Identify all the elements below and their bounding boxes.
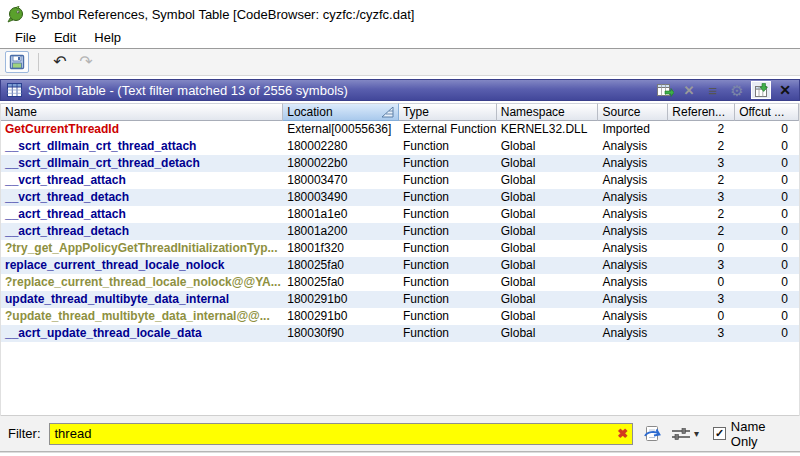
name-only-checkbox[interactable]: ✓ [713,427,726,440]
cell-location: 18001f320 [283,240,399,257]
filter-options-button[interactable]: ▾ [671,426,699,442]
column-header-offcut[interactable]: Offcut ... [735,103,799,121]
filter-label: Filter: [8,426,41,441]
cell-references: 0 [668,240,735,257]
table-row[interactable]: __acrt_update_thread_locale_data 180030f… [1,325,799,342]
clear-filter-icon[interactable]: ✖ [617,426,628,441]
table-row[interactable]: GetCurrentThreadId External[00055636] Ex… [1,121,799,138]
edit-external-location-button[interactable] [655,81,675,99]
undo-button[interactable]: ↶ [48,51,72,73]
set-filter-button[interactable]: ≡ [703,81,723,99]
column-header-source[interactable]: Source [598,103,668,121]
menu-edit[interactable]: Edit [45,28,85,48]
table-row[interactable]: ?replace_current_thread_locale_nolock@@Y… [1,274,799,291]
cell-source: Analysis [598,274,668,291]
filter-input[interactable]: thread ✖ [49,423,634,445]
symbol-table: Name Location Type Namespace Source Refe… [0,103,800,416]
cell-name: GetCurrentThreadId [1,121,283,138]
make-selection-toggle[interactable] [751,81,771,99]
cell-references: 2 [668,121,735,138]
panel-title: Symbol Table - (Text filter matched 13 o… [28,83,651,98]
main-toolbar: ↶ ↷ [0,49,800,76]
cell-references: 2 [668,223,735,240]
cell-namespace: Global [497,325,599,342]
cell-references: 0 [668,308,735,325]
column-header-location[interactable]: Location [283,103,399,121]
cell-type: Function [399,257,497,274]
menu-help[interactable]: Help [85,28,130,48]
column-header-name[interactable]: Name [1,103,283,121]
cell-references: 2 [668,206,735,223]
column-filter-button[interactable] [643,425,661,443]
table-edit-icon [657,83,674,98]
cell-type: External Function [399,121,497,138]
cell-location: External[00055636] [283,121,399,138]
table-row[interactable]: ?try_get_AppPolicyGetThreadInitializatio… [1,240,799,257]
cell-type: Function [399,240,497,257]
cell-source: Analysis [598,172,668,189]
cell-references: 2 [668,138,735,155]
cell-location: 180025fa0 [283,257,399,274]
table-row[interactable]: __vcrt_thread_attach 180003470 Function … [1,172,799,189]
cell-source: Analysis [598,257,668,274]
cell-offcut: 0 [735,257,799,274]
filter-lines-icon: ≡ [709,83,718,98]
column-header-namespace[interactable]: Namespace [497,103,599,121]
cell-offcut: 0 [735,223,799,240]
table-row[interactable]: __acrt_thread_detach 18001a200 Function … [1,223,799,240]
cell-location: 180025fa0 [283,274,399,291]
table-row[interactable]: __scrt_dllmain_crt_thread_detach 1800022… [1,155,799,172]
cell-type: Function [399,291,497,308]
cell-offcut: 0 [735,155,799,172]
cell-namespace: Global [497,206,599,223]
cell-location: 1800291b0 [283,291,399,308]
cell-namespace: Global [497,138,599,155]
table-row[interactable]: __vcrt_thread_detach 180003490 Function … [1,189,799,206]
cell-offcut: 0 [735,138,799,155]
cell-namespace: KERNEL32.DLL [497,121,599,138]
cell-namespace: Global [497,291,599,308]
close-panel-button[interactable]: ✕ [775,81,795,99]
cell-source: Analysis [598,189,668,206]
cell-namespace: Global [497,240,599,257]
cell-source: Analysis [598,138,668,155]
cell-source: Analysis [598,206,668,223]
cell-namespace: Global [497,274,599,291]
delete-symbol-button[interactable]: ✕ [679,81,699,99]
cell-name: ?update_thread_multibyte_data_internal@@… [1,308,283,325]
sort-ascending-icon [381,107,394,118]
name-only-option[interactable]: ✓ Name Only [713,419,794,449]
cell-name: ?replace_current_thread_locale_nolock@@Y… [1,274,283,291]
menu-file[interactable]: File [6,28,45,48]
cell-type: Function [399,274,497,291]
table-row[interactable]: __acrt_thread_attach 18001a1e0 Function … [1,206,799,223]
column-header-references[interactable]: Referen... [668,103,735,121]
delete-icon: ✕ [684,83,695,98]
column-filter-icon [643,425,661,443]
cell-location: 1800291b0 [283,308,399,325]
cell-location: 180003470 [283,172,399,189]
cell-offcut: 0 [735,121,799,138]
cell-offcut: 0 [735,172,799,189]
cell-name: __acrt_update_thread_locale_data [1,325,283,342]
undo-icon: ↶ [53,54,66,70]
save-button[interactable] [5,51,29,73]
table-row[interactable]: update_thread_multibyte_data_internal 18… [1,291,799,308]
table-empty-area [1,342,799,416]
table-row[interactable]: __scrt_dllmain_crt_thread_attach 1800022… [1,138,799,155]
column-header-type[interactable]: Type [399,103,497,121]
settings-button[interactable]: ⚙ [727,81,747,99]
filter-bar: Filter: thread ✖ ▾ ✓ Name Only [0,416,800,452]
cell-location: 18001a1e0 [283,206,399,223]
cell-references: 3 [668,189,735,206]
cell-location: 18001a200 [283,223,399,240]
window-titlebar: Symbol References, Symbol Table [CodeBro… [0,0,800,28]
cell-source: Analysis [598,155,668,172]
cell-type: Function [399,172,497,189]
table-row[interactable]: replace_current_thread_locale_nolock 180… [1,257,799,274]
table-row[interactable]: ?update_thread_multibyte_data_internal@@… [1,308,799,325]
redo-button[interactable]: ↷ [74,51,98,73]
cell-type: Function [399,325,497,342]
save-icon [9,54,25,70]
cell-type: Function [399,223,497,240]
